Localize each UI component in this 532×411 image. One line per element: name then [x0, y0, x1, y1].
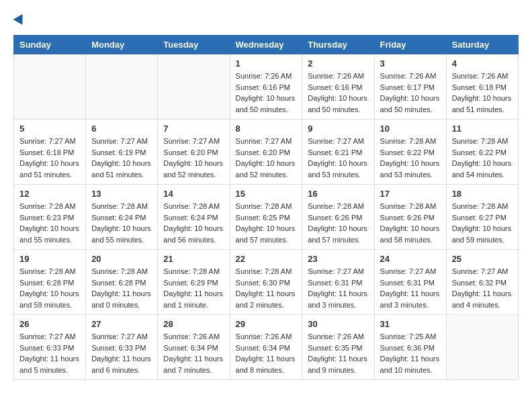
week-row-3: 12Sunrise: 7:28 AM Sunset: 6:23 PM Dayli…	[14, 185, 519, 250]
day-number: 18	[452, 189, 513, 199]
calendar-cell: 8Sunrise: 7:27 AM Sunset: 6:20 PM Daylig…	[230, 120, 302, 185]
calendar-header-friday: Friday	[374, 36, 446, 54]
calendar-table: SundayMondayTuesdayWednesdayThursdayFrid…	[13, 35, 519, 380]
day-info: Sunrise: 7:28 AM Sunset: 6:23 PM Dayligh…	[19, 201, 80, 245]
day-number: 20	[91, 254, 152, 264]
calendar-header-monday: Monday	[86, 36, 158, 54]
day-info: Sunrise: 7:28 AM Sunset: 6:28 PM Dayligh…	[91, 266, 152, 310]
day-number: 14	[163, 189, 224, 199]
day-info: Sunrise: 7:26 AM Sunset: 6:34 PM Dayligh…	[163, 331, 224, 375]
calendar-header-saturday: Saturday	[446, 36, 518, 54]
calendar-cell: 14Sunrise: 7:28 AM Sunset: 6:24 PM Dayli…	[158, 185, 230, 250]
day-info: Sunrise: 7:27 AM Sunset: 6:18 PM Dayligh…	[19, 136, 80, 180]
week-row-1: 1Sunrise: 7:26 AM Sunset: 6:16 PM Daylig…	[14, 54, 519, 120]
day-info: Sunrise: 7:28 AM Sunset: 6:25 PM Dayligh…	[236, 201, 297, 245]
calendar-cell: 15Sunrise: 7:28 AM Sunset: 6:25 PM Dayli…	[230, 185, 302, 250]
day-number: 21	[163, 254, 224, 264]
day-number: 19	[19, 254, 80, 264]
calendar-cell	[158, 54, 230, 120]
logo-triangle-icon	[13, 11, 28, 25]
calendar-cell: 1Sunrise: 7:26 AM Sunset: 6:16 PM Daylig…	[230, 54, 302, 120]
calendar-cell: 25Sunrise: 7:27 AM Sunset: 6:32 PM Dayli…	[446, 250, 518, 315]
calendar-header-thursday: Thursday	[302, 36, 374, 54]
day-info: Sunrise: 7:27 AM Sunset: 6:31 PM Dayligh…	[380, 266, 441, 310]
calendar-cell: 16Sunrise: 7:28 AM Sunset: 6:26 PM Dayli…	[302, 185, 374, 250]
day-number: 28	[163, 319, 224, 329]
day-info: Sunrise: 7:27 AM Sunset: 6:32 PM Dayligh…	[452, 266, 513, 310]
calendar-cell: 4Sunrise: 7:26 AM Sunset: 6:18 PM Daylig…	[446, 54, 518, 120]
calendar-cell: 3Sunrise: 7:26 AM Sunset: 6:17 PM Daylig…	[374, 54, 446, 120]
day-info: Sunrise: 7:25 AM Sunset: 6:36 PM Dayligh…	[380, 331, 441, 375]
day-info: Sunrise: 7:27 AM Sunset: 6:20 PM Dayligh…	[163, 136, 224, 180]
day-number: 22	[236, 254, 297, 264]
calendar-cell: 13Sunrise: 7:28 AM Sunset: 6:24 PM Dayli…	[86, 185, 158, 250]
day-info: Sunrise: 7:26 AM Sunset: 6:35 PM Dayligh…	[308, 331, 368, 375]
calendar-cell: 20Sunrise: 7:28 AM Sunset: 6:28 PM Dayli…	[86, 250, 158, 315]
day-number: 6	[91, 124, 152, 134]
calendar-cell: 27Sunrise: 7:27 AM Sunset: 6:33 PM Dayli…	[86, 315, 158, 380]
day-info: Sunrise: 7:26 AM Sunset: 6:18 PM Dayligh…	[452, 71, 513, 115]
day-info: Sunrise: 7:28 AM Sunset: 6:22 PM Dayligh…	[380, 136, 441, 180]
calendar-cell: 19Sunrise: 7:28 AM Sunset: 6:28 PM Dayli…	[14, 250, 86, 315]
calendar-cell: 12Sunrise: 7:28 AM Sunset: 6:23 PM Dayli…	[14, 185, 86, 250]
day-info: Sunrise: 7:27 AM Sunset: 6:20 PM Dayligh…	[236, 136, 297, 180]
logo	[13, 13, 26, 24]
day-info: Sunrise: 7:26 AM Sunset: 6:16 PM Dayligh…	[308, 71, 368, 115]
calendar-cell: 18Sunrise: 7:28 AM Sunset: 6:27 PM Dayli…	[446, 185, 518, 250]
day-number: 30	[308, 319, 368, 329]
day-number: 27	[91, 319, 152, 329]
calendar-cell: 2Sunrise: 7:26 AM Sunset: 6:16 PM Daylig…	[302, 54, 374, 120]
calendar-cell	[446, 315, 518, 380]
day-info: Sunrise: 7:27 AM Sunset: 6:21 PM Dayligh…	[308, 136, 368, 180]
day-number: 7	[163, 124, 224, 134]
day-info: Sunrise: 7:28 AM Sunset: 6:27 PM Dayligh…	[452, 201, 513, 245]
week-row-4: 19Sunrise: 7:28 AM Sunset: 6:28 PM Dayli…	[14, 250, 519, 315]
day-info: Sunrise: 7:28 AM Sunset: 6:22 PM Dayligh…	[452, 136, 513, 180]
calendar-cell	[14, 54, 86, 120]
day-number: 4	[452, 58, 513, 68]
day-number: 24	[380, 254, 441, 264]
calendar-cell: 21Sunrise: 7:28 AM Sunset: 6:29 PM Dayli…	[158, 250, 230, 315]
day-number: 23	[308, 254, 368, 264]
day-info: Sunrise: 7:28 AM Sunset: 6:26 PM Dayligh…	[380, 201, 441, 245]
calendar-cell: 31Sunrise: 7:25 AM Sunset: 6:36 PM Dayli…	[374, 315, 446, 380]
calendar-cell: 10Sunrise: 7:28 AM Sunset: 6:22 PM Dayli…	[374, 120, 446, 185]
calendar-cell: 30Sunrise: 7:26 AM Sunset: 6:35 PM Dayli…	[302, 315, 374, 380]
day-info: Sunrise: 7:28 AM Sunset: 6:24 PM Dayligh…	[163, 201, 224, 245]
day-number: 12	[19, 189, 80, 199]
day-info: Sunrise: 7:26 AM Sunset: 6:17 PM Dayligh…	[380, 71, 441, 115]
day-info: Sunrise: 7:28 AM Sunset: 6:28 PM Dayligh…	[19, 266, 80, 310]
calendar-header-wednesday: Wednesday	[230, 36, 302, 54]
calendar-cell: 22Sunrise: 7:28 AM Sunset: 6:30 PM Dayli…	[230, 250, 302, 315]
week-row-2: 5Sunrise: 7:27 AM Sunset: 6:18 PM Daylig…	[14, 120, 519, 185]
day-number: 11	[452, 124, 513, 134]
day-number: 15	[236, 189, 297, 199]
day-info: Sunrise: 7:27 AM Sunset: 6:33 PM Dayligh…	[91, 331, 152, 375]
day-number: 1	[236, 58, 297, 68]
day-info: Sunrise: 7:26 AM Sunset: 6:34 PM Dayligh…	[236, 331, 297, 375]
day-number: 17	[380, 189, 441, 199]
day-info: Sunrise: 7:28 AM Sunset: 6:26 PM Dayligh…	[308, 201, 368, 245]
day-number: 3	[380, 58, 441, 68]
day-number: 10	[380, 124, 441, 134]
week-row-5: 26Sunrise: 7:27 AM Sunset: 6:33 PM Dayli…	[14, 315, 519, 380]
day-number: 25	[452, 254, 513, 264]
calendar-cell: 24Sunrise: 7:27 AM Sunset: 6:31 PM Dayli…	[374, 250, 446, 315]
day-info: Sunrise: 7:27 AM Sunset: 6:19 PM Dayligh…	[91, 136, 152, 180]
calendar-header-tuesday: Tuesday	[158, 36, 230, 54]
day-info: Sunrise: 7:28 AM Sunset: 6:30 PM Dayligh…	[236, 266, 297, 310]
calendar-cell: 5Sunrise: 7:27 AM Sunset: 6:18 PM Daylig…	[14, 120, 86, 185]
day-info: Sunrise: 7:27 AM Sunset: 6:31 PM Dayligh…	[308, 266, 368, 310]
page-header	[13, 13, 519, 24]
calendar-cell	[86, 54, 158, 120]
calendar-header-row: SundayMondayTuesdayWednesdayThursdayFrid…	[14, 36, 519, 54]
day-number: 29	[236, 319, 297, 329]
calendar-cell: 29Sunrise: 7:26 AM Sunset: 6:34 PM Dayli…	[230, 315, 302, 380]
day-number: 5	[19, 124, 80, 134]
day-number: 26	[19, 319, 80, 329]
calendar-cell: 26Sunrise: 7:27 AM Sunset: 6:33 PM Dayli…	[14, 315, 86, 380]
day-info: Sunrise: 7:27 AM Sunset: 6:33 PM Dayligh…	[19, 331, 80, 375]
calendar-cell: 9Sunrise: 7:27 AM Sunset: 6:21 PM Daylig…	[302, 120, 374, 185]
calendar-header-sunday: Sunday	[14, 36, 86, 54]
calendar-cell: 28Sunrise: 7:26 AM Sunset: 6:34 PM Dayli…	[158, 315, 230, 380]
